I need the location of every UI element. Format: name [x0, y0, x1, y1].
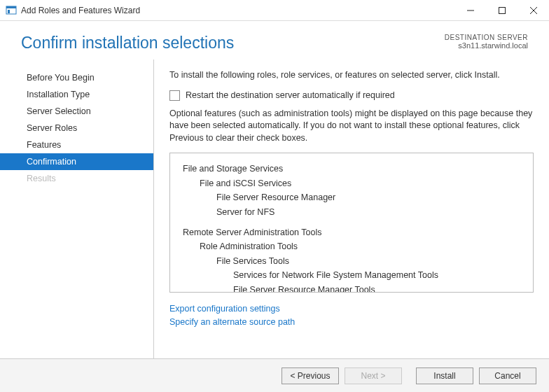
destination-label: DESTINATION SERVER — [445, 34, 528, 41]
titlebar: Add Roles and Features Wizard — [0, 0, 549, 21]
export-link[interactable]: Export configuration settings — [169, 302, 534, 316]
cancel-button[interactable]: Cancel — [479, 368, 536, 384]
maximize-button[interactable] — [486, 0, 517, 21]
restart-label: Restart the destination server automatic… — [186, 90, 395, 100]
tree-item: Role Administration Tools — [183, 239, 520, 254]
tree-item: Server for NFS — [183, 205, 520, 220]
next-button: Next > — [345, 368, 402, 384]
restart-checkbox[interactable] — [169, 90, 180, 101]
destination-value: s3n11.starwind.local — [445, 41, 528, 50]
previous-button[interactable]: < Previous — [282, 368, 339, 384]
main: Before You BeginInstallation TypeServer … — [0, 59, 549, 360]
footer: < Previous Next > Install Cancel — [0, 358, 549, 392]
sidebar-step-confirmation[interactable]: Confirmation — [0, 153, 153, 170]
sidebar: Before You BeginInstallation TypeServer … — [21, 59, 154, 360]
window-controls — [454, 0, 549, 21]
content: To install the following roles, role ser… — [154, 59, 549, 360]
sidebar-step-before-you-begin[interactable]: Before You Begin — [0, 69, 153, 86]
links: Export configuration settings Specify an… — [169, 302, 534, 329]
alt-source-link[interactable]: Specify an alternate source path — [169, 316, 534, 329]
minimize-button[interactable] — [454, 0, 486, 21]
tree-item: File and Storage Services — [183, 162, 520, 176]
sidebar-step-server-roles[interactable]: Server Roles — [0, 120, 153, 136]
intro-text: To install the following roles, role ser… — [169, 69, 534, 82]
optional-note: Optional features (such as administratio… — [169, 108, 534, 145]
tree-item: File Server Resource Manager Tools — [183, 283, 520, 293]
tree-item: File and iSCSI Services — [183, 176, 520, 191]
tree-item: File Services Tools — [183, 254, 520, 269]
app-icon — [6, 5, 17, 16]
sidebar-step-installation-type[interactable]: Installation Type — [0, 86, 153, 103]
tree-item: File Server Resource Manager — [183, 190, 520, 205]
page-title: Confirm installation selections — [21, 34, 234, 52]
svg-rect-2 — [8, 10, 10, 13]
tree-item: Services for Network File System Managem… — [183, 268, 520, 283]
window-title: Add Roles and Features Wizard — [21, 6, 454, 15]
sidebar-step-server-selection[interactable]: Server Selection — [0, 103, 153, 120]
roles-tree: File and Storage ServicesFile and iSCSI … — [169, 153, 534, 293]
install-button[interactable]: Install — [416, 368, 473, 384]
svg-rect-1 — [6, 6, 16, 8]
destination-server-box: DESTINATION SERVER s3n11.starwind.local — [445, 34, 528, 50]
tree-item: Remote Server Administration Tools — [183, 225, 520, 240]
svg-rect-4 — [499, 7, 505, 13]
close-button[interactable] — [517, 0, 549, 21]
restart-checkbox-row[interactable]: Restart the destination server automatic… — [169, 90, 534, 101]
sidebar-step-features[interactable]: Features — [0, 136, 153, 153]
header: Confirm installation selections DESTINAT… — [0, 21, 549, 59]
sidebar-step-results: Results — [0, 170, 153, 187]
